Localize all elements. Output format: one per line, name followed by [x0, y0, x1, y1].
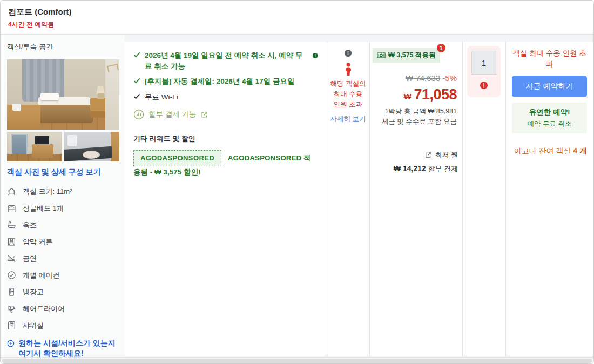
facilities-check-link[interactable]: 원하는 시설/서비스가 있는지 여기서 확인하세요!: [7, 338, 119, 357]
price-block: ₩ 74,633-5% ₩ 71,058 1박당 총 금액 ₩ 85,981 세…: [373, 73, 458, 127]
bathtub-icon: [7, 220, 16, 230]
flexible-booking-title: 유연한 예약!: [515, 107, 584, 117]
amenity-bathtub: 욕조: [7, 220, 119, 230]
amenity-no-smoking: 금연: [7, 254, 119, 264]
check-icon: [133, 93, 140, 100]
thumb2-shelf: [68, 135, 77, 146]
thumb1-tv: [35, 136, 49, 144]
discount-percent: -5%: [442, 73, 457, 83]
amenity-hairdryer: 헤어드라이어: [7, 304, 119, 314]
original-price: ₩ 74,633: [406, 73, 440, 83]
rooms-left-suffix: 개: [579, 146, 587, 155]
installment-suffix: 할부 결제: [428, 165, 458, 173]
offer-columns: 2026년 4월 19일 일요일 전 예약 취소 시, 예약 무료 취소 가능 …: [125, 42, 593, 356]
installment-chart-icon: [133, 109, 144, 120]
quantity-selector: 1: [467, 46, 501, 97]
check-circle-icon: [7, 271, 16, 280]
amenity-label: 헤어드라이어: [23, 304, 65, 314]
book-now-button[interactable]: 지금 예약하기: [512, 76, 587, 97]
room-row: 객실/투숙 공간: [1, 35, 593, 357]
flexible-booking-box: 유연한 예약! 예약 무료 취소: [512, 103, 587, 133]
installment-amount-line: ₩ 14,212 할부 결제: [373, 161, 458, 176]
amenity-curtain: 암막 커튼: [7, 237, 119, 247]
quantity-column: 1: [462, 42, 505, 356]
thumb1-desk: [32, 144, 53, 158]
section-label: 객실/투숙 공간: [7, 42, 119, 52]
benefits-column: 2026년 4월 19일 일요일 전 예약 취소 시, 예약 무료 취소 가능 …: [125, 42, 327, 356]
total-per-night: 1박당 총 금액 ₩ 85,981: [373, 106, 457, 117]
booking-column: 객실 최대 수용 인원 초과 지금 예약하기 유연한 예약! 예약 무료 취소 …: [505, 42, 593, 356]
room-header: 컴포트 (Comfort) 4시간 전 예약됨: [1, 1, 593, 34]
hairdryer-icon: [7, 304, 16, 313]
external-link-icon: [425, 152, 431, 158]
amenity-room-size: 객실 크기: 11m²: [7, 187, 119, 197]
no-smoking-icon: [7, 254, 16, 263]
scrollbar-thumb[interactable]: [2, 359, 592, 363]
benefit-pay-later: [후지불] 자동 결제일: 2026년 4월 17일 금요일: [133, 76, 318, 87]
amenity-label: 암막 커튼: [23, 237, 53, 247]
quantity-value-box[interactable]: 1: [471, 51, 496, 75]
recently-booked-notice: 4시간 전 예약됨: [8, 20, 586, 29]
benefit-free-cancellation: 2026년 4월 19일 일요일 전 예약 취소 시, 예약 무료 취소 가능: [133, 50, 318, 71]
installment-prefix-line: 최저 월: [373, 149, 458, 162]
plus-circle-icon: [7, 340, 15, 347]
amenity-label: 냉장고: [23, 287, 44, 297]
amenity-label: 객실 크기: 11m²: [23, 187, 72, 197]
benefit-text: 무료 Wi-Fi: [145, 92, 178, 103]
thumb2-sink: [83, 151, 100, 159]
room-info-sidebar: 객실/투숙 공간: [1, 35, 125, 357]
fridge-icon: [7, 287, 16, 296]
coupon-applied-label: ₩ 3,575 적용됨: [388, 51, 436, 60]
original-price-line: ₩ 74,633-5%: [373, 73, 457, 83]
info-icon[interactable]: [312, 52, 318, 59]
coupon-applied-badge: ₩ 3,575 적용됨 1: [373, 48, 440, 63]
amenity-aircon: 개별 에어컨: [7, 271, 119, 280]
person-icon: [343, 63, 354, 76]
rewards-heading: 기타 리워드 및 할인: [133, 134, 318, 144]
benefit-text: 2026년 4월 19일 일요일 전 예약 취소 시, 예약 무료 취소 가능: [145, 50, 308, 71]
amenity-label: 싱글베드 1개: [23, 204, 64, 213]
external-link-icon: [201, 111, 208, 118]
shower-icon: [7, 321, 16, 330]
room-photo-thumb-2[interactable]: [64, 132, 119, 161]
thumb2-frame: [111, 132, 119, 161]
monthly-installment: 최저 월 ₩ 14,212 할부 결제: [373, 149, 458, 176]
alert-icon[interactable]: [480, 81, 488, 90]
amenity-label: 샤워실: [23, 321, 44, 331]
photo-pillow: [40, 93, 59, 100]
room-size-icon: [7, 187, 16, 196]
currency-symbol: ₩: [404, 92, 411, 101]
installment-amount: ₩ 14,212: [394, 164, 426, 173]
photo-kettle: [12, 104, 21, 111]
room-photos-link[interactable]: 객실 사진 및 상세 구성 보기: [7, 167, 119, 177]
promo-badge: AGODASPONSORED: [133, 150, 221, 166]
facilities-check-label: 원하는 시설/서비스가 있는지 여기서 확인하세요!: [18, 338, 119, 357]
coupon-count-badge: 1: [437, 44, 446, 52]
room-photo-main[interactable]: [7, 59, 119, 130]
amenity-bed: 싱글베드 1개: [7, 204, 119, 213]
check-icon: [133, 51, 140, 58]
photo-lamp-base: [98, 93, 104, 99]
occupancy-details-link[interactable]: 자세히 보기: [330, 113, 366, 125]
bed-icon: [7, 204, 16, 213]
total-price-note: 1박당 총 금액 ₩ 85,981 세금 및 수수료 포함 요금: [373, 106, 457, 127]
amenity-shower: 샤워실: [7, 321, 119, 331]
rooms-left-notice: 아고다 잔여 객실 4 개: [512, 145, 587, 157]
info-icon[interactable]: [344, 49, 352, 57]
room-title: 컴포트 (Comfort): [8, 7, 586, 17]
horizontal-scrollbar: [1, 357, 593, 363]
amenity-fridge: 냉장고: [7, 287, 119, 297]
amenity-label: 개별 에어컨: [23, 271, 60, 280]
installment-available-note: 할부 결제 가능: [133, 109, 318, 120]
rooms-left-prefix: 아고다 잔여 객실: [514, 146, 571, 155]
rooms-left-count: 4: [573, 146, 577, 155]
amenity-label: 욕조: [23, 220, 37, 230]
installment-prefix: 최저 월: [435, 151, 458, 159]
room-photo-thumb-1[interactable]: [7, 132, 62, 161]
banknote-icon: [377, 52, 386, 58]
capacity-warning: 객실 최대 수용 인원 초과: [512, 48, 587, 69]
check-icon: [133, 77, 140, 84]
occupancy-warning: 해당 객실의 최대 수용 인원 초과: [330, 79, 366, 109]
current-price: ₩ 71,058: [373, 86, 457, 103]
occupancy-column: 해당 객실의 최대 수용 인원 초과 자세히 보기: [327, 42, 369, 356]
